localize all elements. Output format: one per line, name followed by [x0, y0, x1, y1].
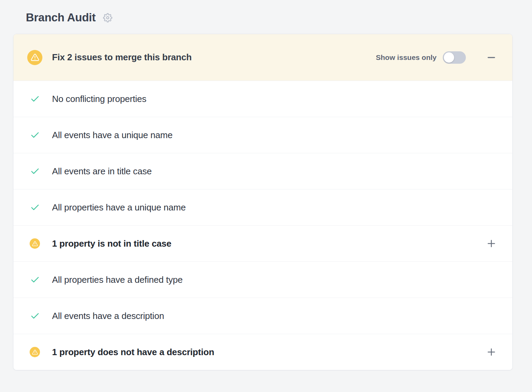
audit-check-label: No conflicting properties: [52, 94, 146, 104]
status-icon-cell: [27, 130, 42, 140]
audit-check-row: No conflicting properties: [13, 81, 512, 117]
minus-icon: [487, 53, 496, 62]
audit-check-row: All events have a unique name: [13, 117, 512, 153]
issues-banner: Fix 2 issues to merge this branch Show i…: [13, 34, 512, 81]
warning-icon: [30, 238, 40, 249]
status-icon-cell: [27, 311, 42, 321]
plus-icon: [487, 347, 496, 357]
status-icon-cell: [27, 94, 42, 104]
check-icon: [30, 203, 40, 213]
page-header: Branch Audit: [0, 0, 532, 34]
audit-check-row: All properties have a unique name: [13, 189, 512, 225]
banner-controls: Show issues only: [376, 51, 496, 64]
banner-message: Fix 2 issues to merge this branch: [52, 52, 192, 63]
page-title: Branch Audit: [26, 11, 95, 24]
audit-check-label: 1 property is not in title case: [52, 238, 171, 249]
audit-check-row: All properties have a defined type: [13, 261, 512, 298]
audit-check-row: 1 property does not have a description: [13, 334, 512, 370]
warning-icon: [30, 347, 40, 357]
warning-icon: [27, 50, 42, 65]
audit-check-label: All events have a unique name: [52, 130, 173, 141]
status-icon-cell: [27, 203, 42, 213]
check-icon: [30, 311, 40, 321]
gear-icon: [103, 13, 112, 22]
audit-check-row: All events are in title case: [13, 153, 512, 189]
check-icon: [30, 166, 40, 176]
check-icon: [30, 275, 40, 285]
show-issues-toggle[interactable]: [443, 51, 466, 64]
status-icon-cell: [27, 238, 42, 249]
status-icon-cell: [27, 275, 42, 285]
audit-check-label: 1 property does not have a description: [52, 347, 214, 358]
expand-button[interactable]: [487, 347, 496, 357]
audit-check-row: All events have a description: [13, 298, 512, 334]
show-issues-only-label: Show issues only: [376, 53, 437, 62]
audit-check-label: All properties have a defined type: [52, 275, 183, 285]
settings-button[interactable]: [102, 12, 113, 23]
status-icon-cell: [27, 347, 42, 357]
check-icon: [30, 94, 40, 104]
audit-check-label: All properties have a unique name: [52, 202, 186, 213]
branch-audit-card: Fix 2 issues to merge this branch Show i…: [13, 34, 513, 370]
check-icon: [30, 130, 40, 140]
toggle-knob: [444, 52, 454, 63]
audit-check-row: 1 property is not in title case: [13, 225, 512, 261]
status-icon-cell: [27, 166, 42, 176]
expand-button[interactable]: [487, 239, 496, 248]
collapse-button[interactable]: [487, 53, 496, 62]
plus-icon: [487, 239, 496, 248]
audit-check-label: All events have a description: [52, 311, 164, 321]
audit-check-label: All events are in title case: [52, 166, 152, 177]
